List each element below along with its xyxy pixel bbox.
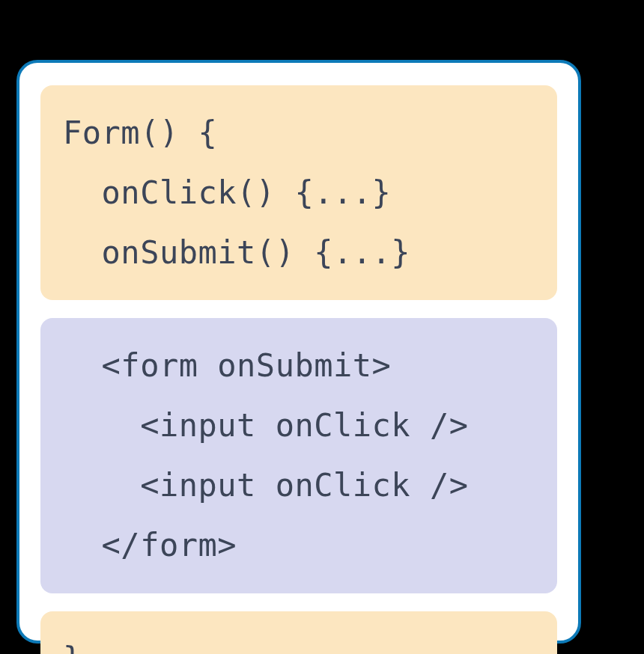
- code-line: <input onClick />: [63, 396, 535, 456]
- code-line: }: [63, 629, 535, 654]
- code-line: <form onSubmit>: [63, 336, 535, 396]
- code-block-jsx: <form onSubmit> <input onClick /> <input…: [40, 318, 557, 593]
- code-card: Form() { onClick() {...} onSubmit() {...…: [16, 60, 581, 644]
- code-line: onSubmit() {...}: [63, 223, 535, 283]
- code-line: </form>: [63, 516, 535, 575]
- code-block-function-header: Form() { onClick() {...} onSubmit() {...…: [40, 85, 557, 300]
- code-block-function-footer: }: [40, 611, 557, 654]
- code-line: Form() {: [63, 103, 535, 163]
- code-line: <input onClick />: [63, 456, 535, 516]
- code-line: onClick() {...}: [63, 163, 535, 223]
